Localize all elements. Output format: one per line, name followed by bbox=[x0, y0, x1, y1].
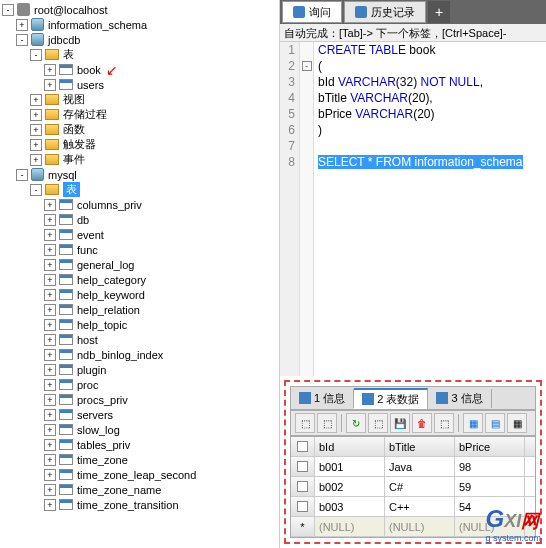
expand-icon[interactable]: + bbox=[44, 199, 56, 211]
refresh-btn[interactable]: ↻ bbox=[346, 413, 366, 433]
row-select[interactable] bbox=[291, 457, 315, 476]
database-tree[interactable]: - root@localhost + information_schema - … bbox=[0, 0, 280, 548]
col-header[interactable]: bTitle bbox=[385, 437, 455, 456]
tree-table-users[interactable]: + users bbox=[2, 77, 277, 92]
tree-table[interactable]: + tables_priv bbox=[2, 437, 277, 452]
expand-icon[interactable]: + bbox=[44, 259, 56, 271]
expand-icon[interactable]: + bbox=[44, 469, 56, 481]
tree-table[interactable]: + time_zone_name bbox=[2, 482, 277, 497]
cell[interactable]: (NULL) bbox=[385, 517, 455, 536]
result-tab-info1[interactable]: 1 信息 bbox=[291, 389, 354, 408]
collapse-icon[interactable]: - bbox=[30, 49, 42, 61]
tree-table[interactable]: + general_log bbox=[2, 257, 277, 272]
toolbar-btn[interactable]: ⬚ bbox=[317, 413, 337, 433]
expand-icon[interactable]: + bbox=[44, 334, 56, 346]
tree-table[interactable]: + func bbox=[2, 242, 277, 257]
table-row[interactable]: b002 C# 59 bbox=[291, 477, 535, 497]
tree-table[interactable]: + db bbox=[2, 212, 277, 227]
expand-icon[interactable]: + bbox=[30, 139, 42, 151]
tree-table[interactable]: + help_keyword bbox=[2, 287, 277, 302]
save-btn[interactable]: 💾 bbox=[390, 413, 410, 433]
cell[interactable]: Java bbox=[385, 457, 455, 476]
expand-icon[interactable]: + bbox=[30, 154, 42, 166]
table-row[interactable]: b001 Java 98 bbox=[291, 457, 535, 477]
expand-icon[interactable]: + bbox=[44, 364, 56, 376]
expand-icon[interactable]: + bbox=[30, 94, 42, 106]
expand-icon[interactable]: + bbox=[44, 79, 56, 91]
code-area[interactable]: CREATE TABLE book ( bId VARCHAR(32) NOT … bbox=[314, 42, 546, 376]
expand-icon[interactable]: + bbox=[44, 424, 56, 436]
row-select[interactable] bbox=[291, 497, 315, 516]
fold-icon[interactable]: - bbox=[302, 61, 312, 71]
expand-icon[interactable]: + bbox=[44, 304, 56, 316]
view-btn[interactable]: ▦ bbox=[463, 413, 483, 433]
tree-tables-folder-mysql[interactable]: - 表 bbox=[2, 182, 277, 197]
tree-table[interactable]: + procs_priv bbox=[2, 392, 277, 407]
tree-root[interactable]: - root@localhost bbox=[2, 2, 277, 17]
col-header[interactable]: bPrice bbox=[455, 437, 525, 456]
tree-table[interactable]: + time_zone bbox=[2, 452, 277, 467]
tree-table[interactable]: + ndb_binlog_index bbox=[2, 347, 277, 362]
expand-icon[interactable]: + bbox=[16, 19, 28, 31]
tree-table[interactable]: + slow_log bbox=[2, 422, 277, 437]
collapse-icon[interactable]: - bbox=[30, 184, 42, 196]
expand-icon[interactable]: + bbox=[44, 274, 56, 286]
tree-table-book[interactable]: + book ↙ bbox=[2, 62, 277, 77]
expand-icon[interactable]: + bbox=[30, 109, 42, 121]
tree-table[interactable]: + help_topic bbox=[2, 317, 277, 332]
tree-db-jdbcdb[interactable]: - jdbcdb bbox=[2, 32, 277, 47]
tree-table[interactable]: + proc bbox=[2, 377, 277, 392]
expand-icon[interactable]: + bbox=[44, 439, 56, 451]
expand-icon[interactable]: + bbox=[30, 124, 42, 136]
expand-icon[interactable]: + bbox=[44, 64, 56, 76]
tree-folder[interactable]: + 存储过程 bbox=[2, 107, 277, 122]
cell[interactable]: b003 bbox=[315, 497, 385, 516]
expand-icon[interactable]: + bbox=[44, 214, 56, 226]
new-tab-button[interactable]: + bbox=[428, 1, 450, 23]
cell[interactable]: b002 bbox=[315, 477, 385, 496]
toolbar-btn[interactable]: ⬚ bbox=[295, 413, 315, 433]
tree-table[interactable]: + event bbox=[2, 227, 277, 242]
tab-query[interactable]: 询问 bbox=[282, 1, 342, 23]
sql-editor[interactable]: 12345678 - CREATE TABLE book ( bId VARCH… bbox=[280, 42, 546, 376]
tree-table[interactable]: + host bbox=[2, 332, 277, 347]
tree-table[interactable]: + servers bbox=[2, 407, 277, 422]
expand-icon[interactable]: + bbox=[44, 349, 56, 361]
tree-table[interactable]: + help_relation bbox=[2, 302, 277, 317]
expand-icon[interactable]: + bbox=[44, 379, 56, 391]
tab-history[interactable]: 历史记录 bbox=[344, 1, 426, 23]
expand-icon[interactable]: + bbox=[44, 394, 56, 406]
expand-icon[interactable]: + bbox=[44, 289, 56, 301]
result-tab-tabledata[interactable]: 2 表数据 bbox=[354, 388, 428, 409]
expand-icon[interactable]: + bbox=[44, 409, 56, 421]
tree-table[interactable]: + time_zone_leap_second bbox=[2, 467, 277, 482]
tree-tables-folder[interactable]: - 表 bbox=[2, 47, 277, 62]
toolbar-btn[interactable]: ⬚ bbox=[434, 413, 454, 433]
select-all[interactable] bbox=[291, 437, 315, 456]
tree-folder[interactable]: + 函数 bbox=[2, 122, 277, 137]
expand-icon[interactable]: + bbox=[44, 244, 56, 256]
tree-folder[interactable]: + 触发器 bbox=[2, 137, 277, 152]
tree-table[interactable]: + plugin bbox=[2, 362, 277, 377]
view-btn[interactable]: ▦ bbox=[507, 413, 527, 433]
cell[interactable]: 98 bbox=[455, 457, 525, 476]
row-select[interactable] bbox=[291, 477, 315, 496]
cell[interactable]: C++ bbox=[385, 497, 455, 516]
tree-table[interactable]: + help_category bbox=[2, 272, 277, 287]
expand-icon[interactable]: + bbox=[44, 454, 56, 466]
tree-table[interactable]: + time_zone_transition bbox=[2, 497, 277, 512]
delete-btn[interactable]: 🗑 bbox=[412, 413, 432, 433]
toolbar-btn[interactable]: ⬚ bbox=[368, 413, 388, 433]
cell[interactable]: (NULL) bbox=[315, 517, 385, 536]
tree-folder[interactable]: + 视图 bbox=[2, 92, 277, 107]
cell[interactable]: b001 bbox=[315, 457, 385, 476]
collapse-icon[interactable]: - bbox=[16, 34, 28, 46]
expand-icon[interactable]: + bbox=[44, 499, 56, 511]
result-tab-info3[interactable]: 3 信息 bbox=[428, 389, 491, 408]
cell[interactable]: C# bbox=[385, 477, 455, 496]
view-btn[interactable]: ▤ bbox=[485, 413, 505, 433]
expand-icon[interactable]: + bbox=[44, 319, 56, 331]
collapse-icon[interactable]: - bbox=[16, 169, 28, 181]
tree-db-mysql[interactable]: - mysql bbox=[2, 167, 277, 182]
tree-table[interactable]: + columns_priv bbox=[2, 197, 277, 212]
